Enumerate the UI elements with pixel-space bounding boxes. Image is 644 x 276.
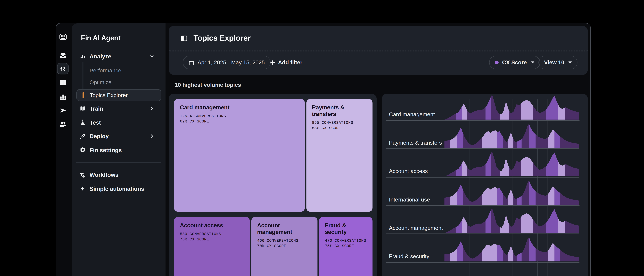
sidebar-item-label: Performance [90, 67, 121, 73]
sidebar-item-label: Train [90, 105, 103, 112]
date-range-button[interactable]: Apr 1, 2025 - May 15, 2025 [183, 56, 270, 69]
metric-select-label: CX Score [502, 60, 527, 66]
view-count-button[interactable]: View 10 [538, 56, 578, 69]
area-sparkline [444, 122, 579, 148]
topic-stats: 855 CONVERSATIONS 53% CX SCORE [312, 120, 367, 131]
sidebar-item-test[interactable]: Test [72, 117, 166, 128]
reports-bar-chart-icon[interactable] [59, 92, 67, 100]
sparkline-row-label: International use [389, 196, 430, 202]
area-sparkline [444, 94, 579, 120]
topic-title: Account access [180, 222, 244, 229]
sparkline-row-account-access[interactable]: Account access [382, 150, 588, 177]
main-content: Topics Explorer Apr 1, 2025 - May 1 [166, 23, 590, 276]
inbox-icon[interactable] [59, 51, 67, 59]
title-row: Topics Explorer [169, 26, 588, 52]
caret-down-icon [531, 62, 534, 64]
row-baseline [386, 120, 580, 121]
calendar-icon [188, 60, 194, 66]
sidebar-item-fin-settings[interactable]: Fin settings [72, 144, 166, 156]
sidebar-title: Fin AI Agent [81, 34, 120, 42]
row-baseline [386, 176, 580, 177]
sidebar: Fin AI Agent Analyze Performance [72, 23, 166, 276]
fin-ai-icon-active[interactable] [57, 63, 68, 75]
flag-summit-icon [80, 119, 86, 125]
contacts-people-icon[interactable] [59, 120, 67, 128]
active-indicator-bar [82, 92, 84, 98]
treemap-card-fraud-security[interactable]: Fraud & security 470 CONVERSATIONS 75% C… [319, 217, 372, 276]
metric-select-button[interactable]: CX Score [489, 56, 540, 69]
page-panel-icon [181, 35, 188, 42]
sparkline-row-payments-transfers[interactable]: Payments & transfers [382, 122, 588, 149]
caret-down-icon [568, 62, 572, 64]
add-filter-button[interactable]: Add filter [270, 60, 302, 66]
row-baseline [386, 205, 580, 206]
treemap-card-card-management[interactable]: Card management 1,524 CONVERSATIONS 62% … [174, 99, 305, 212]
sidebar-item-label: Fin settings [90, 147, 122, 153]
page-header-panel: Topics Explorer Apr 1, 2025 - May 1 [169, 26, 588, 75]
page-root: Fin AI Agent Analyze Performance [0, 0, 644, 276]
sidebar-item-label: Topics Explorer [90, 92, 128, 98]
area-sparkline [444, 207, 579, 233]
topic-stats: 470 CONVERSATIONS 75% CX SCORE [325, 238, 367, 249]
row-baseline [386, 261, 580, 262]
topic-stats: 466 CONVERSATIONS 70% CX SCORE [257, 238, 312, 249]
sidebar-divider [76, 162, 161, 163]
starburst-icon [59, 65, 66, 72]
sparkline-row-label: Fraud & security [389, 253, 429, 259]
sidebar-item-label: Deploy [90, 133, 109, 139]
row-baseline [386, 233, 580, 234]
sidebar-item-label: Optimize [90, 79, 111, 86]
sidebar-item-deploy[interactable]: Deploy [72, 130, 166, 142]
book-icon [80, 105, 86, 112]
sidebar-item-performance[interactable]: Performance [90, 66, 121, 75]
chevron-right-icon [150, 107, 154, 111]
topic-title: Payments & transfers [312, 104, 367, 117]
intercom-logo-icon[interactable] [59, 33, 67, 41]
rocket-icon [80, 133, 86, 139]
sparkline-row-label: Account access [389, 168, 428, 174]
settings-nut-icon [80, 147, 86, 153]
sidebar-item-train[interactable]: Train [72, 103, 166, 114]
row-baseline [386, 148, 580, 149]
bar-chart-icon [80, 53, 86, 59]
sparkline-row-card-management[interactable]: Card management [382, 94, 588, 121]
sparkline-row-label: Payments & transfers [389, 140, 442, 146]
sidebar-item-label: Simple automations [90, 185, 144, 192]
plus-icon [270, 60, 275, 65]
treemap-card-payments-transfers[interactable]: Payments & transfers 855 CONVERSATIONS 5… [306, 99, 372, 212]
sparkline-row-label: Account management [389, 225, 443, 231]
topic-stats: 1,524 CONVERSATIONS 62% CX SCORE [180, 113, 299, 124]
nav-tree-connector [82, 62, 83, 89]
sidebar-item-simple-automations[interactable]: Simple automations [72, 183, 166, 194]
sparkline-row-account-management[interactable]: Account management [382, 207, 588, 234]
area-sparkline [444, 179, 579, 205]
sparkline-row-international-use[interactable]: International use [382, 179, 588, 206]
sidebar-item-analyze[interactable]: Analyze [72, 51, 166, 62]
filter-bar: Apr 1, 2025 - May 15, 2025 Add filter CX… [169, 51, 588, 74]
add-filter-label: Add filter [278, 60, 302, 66]
sparkline-row-fraud-security[interactable]: Fraud & security [382, 235, 588, 262]
knowledge-book-icon[interactable] [59, 79, 67, 87]
topic-title: Fraud & security [325, 222, 367, 235]
treemap-card-account-management[interactable]: Account management 466 CONVERSATIONS 70%… [251, 217, 318, 276]
sparkline-row-label: Card management [389, 111, 435, 117]
page-title: Topics Explorer [194, 34, 250, 43]
sparklines-panel: Card management Payments & transfers Acc… [382, 94, 588, 276]
sidebar-item-label: Workflows [90, 171, 118, 178]
treemap-panel: Card management 1,524 CONVERSATIONS 62% … [169, 94, 376, 276]
area-sparkline [444, 150, 579, 176]
lightning-bolt-icon [80, 185, 86, 192]
workflow-icon [80, 172, 86, 178]
sidebar-item-topics-explorer-active[interactable]: Topics Explorer [76, 89, 162, 101]
treemap-card-account-access[interactable]: Account access 580 CONVERSATIONS 76% CX … [174, 217, 250, 276]
topic-title: Account management [257, 222, 312, 235]
sidebar-item-label: Analyze [90, 53, 111, 60]
metric-color-dot [495, 61, 499, 64]
icon-rail [56, 23, 72, 276]
outbound-paper-plane-icon[interactable] [59, 107, 67, 114]
sidebar-item-workflows[interactable]: Workflows [72, 169, 166, 180]
area-sparkline [444, 235, 579, 261]
sidebar-item-optimize[interactable]: Optimize [90, 78, 111, 87]
topic-stats: 580 CONVERSATIONS 76% CX SCORE [180, 231, 244, 242]
date-range-label: Apr 1, 2025 - May 15, 2025 [198, 60, 265, 66]
